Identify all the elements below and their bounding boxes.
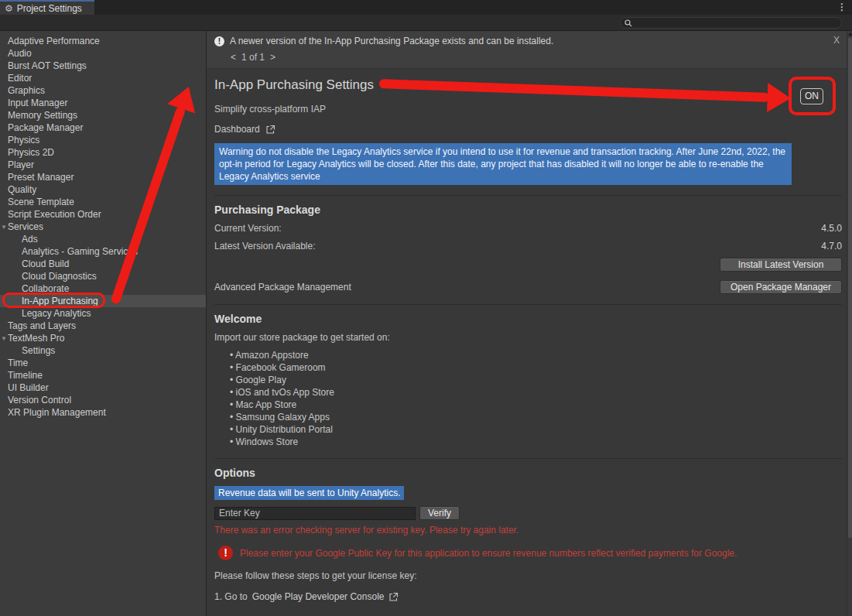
search-box[interactable] — [620, 17, 842, 29]
sidebar-item-label: Graphics — [0, 85, 45, 96]
iap-enable-toggle[interactable]: ON — [800, 88, 823, 104]
sidebar-item-analytics-gaming-services[interactable]: Analytics - Gaming Services — [0, 245, 206, 258]
sidebar-item-label: In-App Purchasing — [0, 296, 98, 306]
kebab-menu-icon[interactable]: ⋮ — [837, 2, 847, 12]
dashboard-link[interactable]: Dashboard — [214, 124, 842, 135]
sidebar-item-label: Tags and Layers — [0, 320, 76, 331]
sidebar-item-services[interactable]: ▼Services — [0, 221, 206, 233]
search-icon — [624, 19, 632, 27]
sidebar-item-adaptive-performance[interactable]: Adaptive Performance — [0, 35, 206, 47]
expand-triangle-icon[interactable]: ▼ — [1, 221, 7, 234]
sidebar-item-label: Quality — [0, 184, 36, 195]
sidebar-item-label: Timeline — [0, 370, 43, 381]
search-input[interactable] — [635, 18, 837, 28]
sidebar-item-label: Physics — [0, 135, 39, 145]
store-list-item: iOS and tvOs App Store — [230, 386, 842, 399]
sidebar-item-scene-template[interactable]: Scene Template — [0, 196, 206, 208]
sidebar-item-physics-2d[interactable]: Physics 2D — [0, 146, 206, 159]
sidebar-item-xr-plugin-management[interactable]: XR Plugin Management — [0, 406, 206, 419]
sidebar-item-settings[interactable]: Settings — [0, 344, 206, 357]
sidebar-item-tags-and-layers[interactable]: Tags and Layers — [0, 320, 206, 332]
open-package-manager-button[interactable]: Open Package Manager — [720, 280, 842, 294]
tab-title: Project Settings — [17, 3, 82, 14]
sidebar-item-player[interactable]: Player — [0, 159, 206, 171]
sidebar-item-label: Cloud Diagnostics — [0, 271, 97, 282]
install-latest-version-button[interactable]: Install Latest Version — [720, 258, 842, 272]
welcome-intro: Import our store package to get started … — [214, 332, 842, 343]
purchasing-package-section: Purchasing Package Current Version: 4.5.… — [214, 195, 842, 294]
sidebar-item-label: XR Plugin Management — [0, 407, 106, 418]
license-key-input[interactable] — [214, 507, 416, 520]
error-icon: ! — [218, 546, 233, 560]
license-step-1: 1. Go to Google Play Developer Console — [214, 591, 842, 602]
pager-next-button[interactable]: > — [270, 52, 275, 63]
pager-prev-button[interactable]: < — [231, 52, 236, 63]
sidebar-item-label: Time — [0, 358, 28, 368]
banner-message: A newer version of the In-App Purchasing… — [230, 36, 553, 46]
sidebar-item-time[interactable]: Time — [0, 357, 206, 369]
sidebar-item-graphics[interactable]: Graphics — [0, 84, 206, 97]
sidebar-item-label: Physics 2D — [0, 147, 54, 158]
console-warning-icon: ! — [214, 36, 224, 46]
sidebar-item-input-manager[interactable]: Input Manager — [0, 97, 206, 109]
sidebar-item-cloud-diagnostics[interactable]: Cloud Diagnostics — [0, 270, 206, 282]
gear-icon: ⚙ — [5, 4, 13, 13]
section-title-purchasing-package: Purchasing Package — [214, 204, 842, 216]
main-panel: ! A newer version of the In-App Purchasi… — [207, 31, 852, 616]
section-title-welcome: Welcome — [214, 313, 842, 325]
store-list-item: Windows Store — [230, 436, 842, 448]
sidebar-item-textmesh-pro[interactable]: ▼TextMesh Pro — [0, 332, 206, 344]
sidebar-item-label: Preset Manager — [0, 172, 74, 183]
scrollbar-up-arrow[interactable] — [848, 33, 852, 36]
sidebar-item-label: Memory Settings — [0, 110, 77, 121]
sidebar-item-ui-builder[interactable]: UI Builder — [0, 382, 206, 394]
expand-triangle-icon[interactable]: ▼ — [1, 333, 7, 345]
verify-key-button[interactable]: Verify — [419, 506, 460, 520]
notification-banner: ! A newer version of the In-App Purchasi… — [207, 31, 852, 69]
external-link-icon — [388, 592, 399, 602]
sidebar-item-editor[interactable]: Editor — [0, 72, 206, 84]
dashboard-link-label: Dashboard — [214, 124, 260, 135]
sidebar-item-memory-settings[interactable]: Memory Settings — [0, 109, 206, 121]
section-title-options: Options — [214, 467, 842, 479]
store-list-item: Unity Distribution Portal — [230, 423, 842, 436]
sidebar-item-preset-manager[interactable]: Preset Manager — [0, 171, 206, 183]
sidebar-item-burst-aot-settings[interactable]: Burst AOT Settings — [0, 60, 206, 72]
sidebar-item-cloud-build[interactable]: Cloud Build — [0, 258, 206, 270]
sidebar-item-script-execution-order[interactable]: Script Execution Order — [0, 208, 206, 221]
options-section: Options Revenue data will be sent to Uni… — [214, 458, 842, 616]
store-list-item: Google Play — [230, 374, 842, 386]
analytics-note-highlight: Revenue data will be sent to Unity Analy… — [214, 486, 404, 500]
latest-version-value: 4.7.0 — [821, 241, 842, 252]
sidebar-item-label: Audio — [0, 48, 32, 59]
sidebar-item-legacy-analytics[interactable]: Legacy Analytics — [0, 307, 206, 320]
sidebar-item-collaborate[interactable]: Collaborate — [0, 282, 206, 295]
toolbar — [0, 15, 852, 31]
store-list-item: Amazon Appstore — [230, 349, 842, 361]
sidebar-item-label: TextMesh Pro — [0, 333, 64, 344]
sidebar-item-label: Collaborate — [0, 283, 69, 294]
license-steps-intro: Please follow these steps to get your li… — [214, 570, 842, 581]
tab-project-settings[interactable]: ⚙ Project Settings — [0, 0, 94, 15]
sidebar-item-package-manager[interactable]: Package Manager — [0, 121, 206, 134]
sidebar-item-version-control[interactable]: Version Control — [0, 394, 206, 406]
sidebar-item-label: Analytics - Gaming Services — [0, 246, 138, 257]
store-list-item: Mac App Store — [230, 399, 842, 411]
sidebar-item-quality[interactable]: Quality — [0, 183, 206, 196]
key-check-error-text: There was an error checking server for e… — [214, 525, 842, 536]
advanced-package-management-label: Advanced Package Management — [214, 282, 351, 293]
sidebar-item-label: Scene Template — [0, 197, 74, 207]
sidebar-item-label: Version Control — [0, 395, 71, 406]
store-list-item: Facebook Gameroom — [230, 361, 842, 374]
sidebar-item-timeline[interactable]: Timeline — [0, 369, 206, 382]
scrollbar-thumb[interactable] — [848, 38, 852, 538]
sidebar-item-ads[interactable]: Ads — [0, 233, 206, 245]
sidebar-item-physics[interactable]: Physics — [0, 134, 206, 146]
vertical-scrollbar[interactable] — [847, 31, 852, 616]
sidebar-item-in-app-purchasing[interactable]: In-App Purchasing — [0, 295, 206, 307]
sidebar-item-label: Editor — [0, 73, 32, 84]
google-play-console-link[interactable]: Google Play Developer Console — [252, 591, 385, 602]
sidebar-item-audio[interactable]: Audio — [0, 47, 206, 60]
sidebar-item-label: UI Builder — [0, 382, 49, 393]
banner-close-button[interactable]: X — [833, 35, 840, 46]
